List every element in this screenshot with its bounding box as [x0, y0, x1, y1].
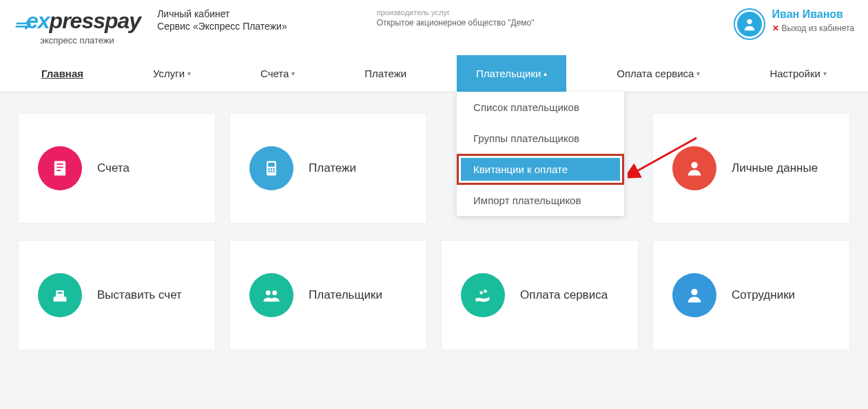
header-user: Иван Иванов ✕Выход из кабинета	[734, 8, 854, 40]
avatar[interactable]	[734, 8, 765, 40]
nav-invoices[interactable]: Счета▾	[260, 55, 295, 92]
close-icon: ✕	[772, 23, 779, 33]
nav-services[interactable]: Услуги▾	[153, 55, 191, 92]
receipt-icon	[38, 146, 82, 190]
chevron-down-icon: ▾	[823, 70, 827, 77]
avatar-icon	[737, 12, 762, 37]
nav-home[interactable]: Главная	[41, 55, 83, 92]
header-info: Личный кабинет Сервис «Экспресс Платежи»	[157, 8, 287, 32]
hand-coins-icon	[461, 273, 505, 317]
terminal-icon	[249, 146, 293, 190]
nav-payments[interactable]: Платежи	[364, 55, 406, 92]
svg-point-23	[691, 289, 697, 295]
logo[interactable]: ⇒expresspay экспресс платежи	[14, 8, 141, 46]
card-invoices[interactable]: Счета	[18, 113, 216, 223]
chevron-down-icon: ▾	[291, 70, 295, 77]
svg-point-15	[691, 162, 697, 168]
chevron-up-icon: ▴	[544, 70, 547, 77]
logout-link[interactable]: ✕Выход из кабинета	[772, 23, 854, 33]
svg-rect-10	[271, 168, 272, 170]
svg-rect-9	[268, 168, 269, 170]
card-service-payment[interactable]: Оплата сервиса	[441, 240, 639, 350]
people-icon	[249, 273, 293, 317]
svg-rect-5	[56, 167, 63, 168]
org-role-label: производитель услуг	[377, 8, 535, 17]
card-issue-invoice[interactable]: Выставить счет	[18, 240, 216, 350]
svg-point-20	[272, 290, 277, 295]
svg-rect-16	[54, 297, 67, 301]
svg-point-21	[479, 291, 483, 295]
svg-rect-8	[268, 163, 274, 167]
svg-rect-17	[56, 290, 64, 297]
card-personal-data[interactable]: Личные данные	[652, 113, 850, 223]
svg-rect-11	[273, 168, 274, 170]
user-name[interactable]: Иван Иванов	[772, 8, 854, 21]
navbar: Главная Услуги▾ Счета▾ Платежи Плательщи…	[0, 55, 868, 92]
svg-rect-18	[58, 292, 63, 293]
cabinet-title: Личный кабинет	[157, 8, 287, 19]
chevron-down-icon: ▾	[187, 70, 191, 77]
org-name: Открытое акционерное общество "Демо"	[377, 18, 535, 28]
svg-rect-14	[273, 171, 274, 172]
svg-rect-3	[54, 161, 65, 176]
logo-subtitle: экспресс платежи	[40, 35, 114, 46]
nav-payers[interactable]: Плательщики▴	[457, 55, 566, 92]
svg-point-0	[747, 19, 752, 24]
user-icon	[672, 273, 716, 317]
svg-rect-4	[56, 163, 63, 165]
header: ⇒expresspay экспресс платежи Личный каби…	[0, 0, 868, 55]
service-title: Сервис «Экспресс Платежи»	[157, 21, 287, 32]
cash-register-icon	[38, 273, 82, 317]
card-payers[interactable]: Плательщики	[229, 240, 427, 350]
nav-service-payment[interactable]: Оплата сервиса▾	[617, 55, 700, 92]
svg-rect-12	[268, 171, 269, 172]
header-org: производитель услуг Открытое акционерное…	[377, 8, 535, 28]
svg-point-22	[484, 290, 487, 293]
nav-settings[interactable]: Настройки▾	[769, 55, 827, 92]
dropdown-payers-list[interactable]: Список плательщиков	[457, 92, 624, 123]
svg-rect-13	[271, 171, 272, 172]
svg-rect-6	[56, 170, 61, 171]
card-payments[interactable]: Платежи	[229, 113, 427, 223]
dashboard-cards: Счета Платежи Личные данные Выставить сч…	[0, 92, 868, 371]
svg-point-19	[266, 290, 271, 295]
card-staff[interactable]: Сотрудники	[652, 240, 850, 350]
dropdown-payers-groups[interactable]: Группы плательщиков	[457, 123, 624, 154]
payers-dropdown: Список плательщиков Группы плательщиков …	[457, 92, 624, 216]
chevron-down-icon: ▾	[696, 70, 700, 77]
user-icon	[672, 146, 716, 190]
arrow-icon: ⇒	[14, 15, 29, 34]
dropdown-import-payers[interactable]: Импорт плательщиков	[457, 185, 624, 216]
dropdown-receipts[interactable]: Квитанции к оплате	[457, 154, 624, 185]
